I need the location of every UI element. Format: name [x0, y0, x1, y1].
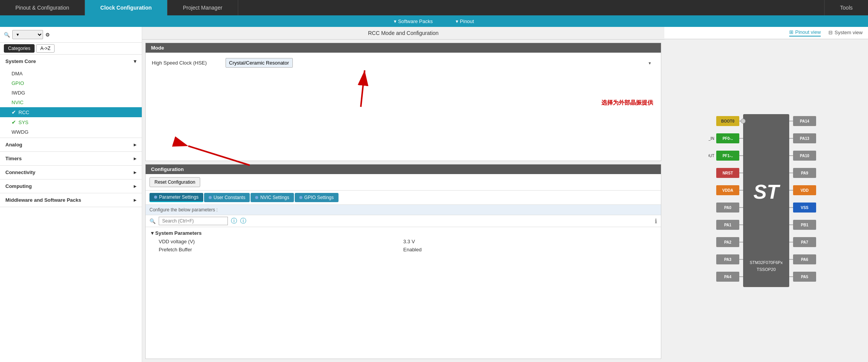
panel-title: RCC Mode and Configuration: [142, 27, 664, 40]
nvic-tab-dot: [255, 196, 258, 199]
reset-config-button[interactable]: Reset Configuration: [149, 177, 200, 187]
chip-diagram: ST STM32F070F6Px TSSOP20 BOOT0 PF0-.. RC…: [709, 95, 824, 306]
param-search-bar: Configure the below parameters :: [146, 205, 661, 215]
svg-text:PA7: PA7: [801, 240, 808, 244]
hse-select-wrapper: Crystal/Ceramic Resonator Disable BYPASS…: [226, 58, 655, 68]
circle-info-1: ⓘ: [231, 217, 237, 225]
pinout-view-btn[interactable]: ⊞ Pinout view: [789, 29, 821, 37]
hse-row: High Speed Clock (HSE) Crystal/Ceramic R…: [152, 58, 655, 68]
config-section-header: Configuration: [146, 164, 661, 174]
system-icon: ⊟: [828, 30, 833, 35]
section-analog-header[interactable]: Analog ▸: [0, 138, 142, 151]
svg-text:PA4: PA4: [724, 275, 732, 279]
sidebar-item-rcc[interactable]: ✔ RCC: [0, 107, 142, 117]
nav-project[interactable]: Project Manager: [168, 0, 238, 15]
section-connectivity: Connectivity ▸: [0, 166, 142, 179]
svg-text:PF0-..: PF0-..: [722, 136, 733, 141]
gear-icon[interactable]: ⚙: [45, 32, 50, 38]
svg-text:ST: ST: [753, 181, 781, 203]
svg-text:PA14: PA14: [800, 119, 810, 123]
svg-text:PB1: PB1: [801, 223, 808, 227]
hse-select[interactable]: Crystal/Ceramic Resonator Disable BYPASS…: [226, 58, 293, 68]
svg-text:VDDA: VDDA: [722, 188, 733, 193]
sidebar-item-wwdg[interactable]: WWDG: [0, 127, 142, 137]
sub-nav-pinout[interactable]: ▾ Pinout: [456, 18, 474, 24]
mode-empty-area: 选择为外部晶振提供: [146, 76, 661, 161]
search-dropdown[interactable]: ▾: [12, 30, 43, 39]
mode-content: High Speed Clock (HSE) Crystal/Ceramic R…: [146, 53, 661, 76]
sidebar-item-sys[interactable]: ✔ SYS: [0, 117, 142, 127]
right-panel: ⊞ Pinout view ⊟ System view ST STM32F070…: [664, 27, 868, 362]
gpio-tab-dot: [299, 196, 302, 199]
svg-text:RCC_OSC_OUT: RCC_OSC_OUT: [709, 154, 714, 158]
chevron-right-icon-2: ▸: [134, 156, 136, 161]
sidebar-content: System Core ▾ DMA GPIO IWDG NVIC: [0, 55, 142, 362]
tab-categories[interactable]: Categories: [4, 44, 35, 53]
circle-info-2: ⓘ: [240, 217, 246, 225]
section-middleware-header[interactable]: Middleware and Software Packs ▸: [0, 193, 142, 207]
svg-text:PA10: PA10: [800, 154, 810, 158]
system-view-btn[interactable]: ⊟ System view: [828, 30, 863, 36]
sys-check-icon: ✔: [12, 119, 16, 125]
chinese-annotation: 选择为外部晶振提供: [601, 99, 653, 106]
chip-area: ST STM32F070F6Px TSSOP20 BOOT0 PF0-.. RC…: [664, 39, 868, 362]
section-middleware: Middleware and Software Packs ▸: [0, 193, 142, 207]
search-icon-2: 🔍: [149, 218, 156, 224]
section-timers: Timers ▸: [0, 152, 142, 166]
svg-text:RCC_OSC_IN: RCC_OSC_IN: [709, 136, 714, 141]
sidebar-item-iwdg[interactable]: IWDG: [0, 88, 142, 98]
info-icon: ℹ: [655, 218, 657, 225]
tab-nvic-settings[interactable]: NVIC Settings: [251, 193, 294, 202]
nav-pinout[interactable]: Pinout & Configuration: [0, 0, 85, 15]
svg-text:STM32F070F6Px: STM32F070F6Px: [750, 260, 783, 265]
svg-text:PA6: PA6: [801, 257, 808, 262]
config-section: Configuration Reset Configuration Parame…: [145, 164, 661, 359]
section-timers-header[interactable]: Timers ▸: [0, 152, 142, 165]
svg-text:BOOT0: BOOT0: [721, 119, 735, 123]
mode-section-header: Mode: [146, 43, 661, 53]
section-computing-header[interactable]: Computing ▸: [0, 179, 142, 193]
svg-text:PF1-..: PF1-..: [722, 154, 733, 158]
rcc-check-icon: ✔: [12, 109, 16, 115]
svg-text:PA1: PA1: [724, 223, 732, 227]
section-connectivity-header[interactable]: Connectivity ▸: [0, 166, 142, 179]
sidebar-item-dma[interactable]: DMA: [0, 69, 142, 78]
tab-gpio-settings[interactable]: GPIO Settings: [295, 193, 339, 202]
section-computing: Computing ▸: [0, 179, 142, 193]
nav-tools[interactable]: Tools: [824, 0, 868, 15]
params-list: ▾ System Parameters VDD voltage (V) 3.3 …: [146, 227, 661, 257]
chevron-right-icon-4: ▸: [134, 183, 136, 189]
sidebar-item-gpio[interactable]: GPIO: [0, 78, 142, 88]
system-core-items: DMA GPIO IWDG NVIC ✔ RCC: [0, 68, 142, 138]
param-search-input[interactable]: [159, 217, 228, 225]
config-tabs: Parameter Settings User Constants NVIC S…: [146, 191, 661, 205]
hse-label: High Speed Clock (HSE): [152, 60, 221, 66]
section-system-core: System Core ▾ DMA GPIO IWDG NVIC: [0, 55, 142, 138]
config-buttons: Reset Configuration: [146, 174, 661, 191]
param-row-prefetch: Prefetch Buffer Enabled: [151, 246, 656, 254]
svg-line-1: [361, 70, 365, 107]
sub-nav-software-packs[interactable]: ▾ Software Packs: [394, 18, 433, 24]
chevron-right-icon-5: ▸: [134, 197, 136, 203]
tab-parameter-settings[interactable]: Parameter Settings: [149, 193, 203, 202]
section-analog: Analog ▸: [0, 138, 142, 152]
svg-text:TSSOP20: TSSOP20: [757, 267, 776, 272]
user-tab-dot: [209, 196, 212, 199]
chevron-right-icon: ▸: [134, 142, 136, 148]
nav-clock[interactable]: Clock Configuration: [85, 0, 168, 15]
tab-user-constants[interactable]: User Constants: [204, 193, 250, 202]
svg-text:PA5: PA5: [801, 275, 808, 279]
right-panel-toolbar: ⊞ Pinout view ⊟ System view: [664, 27, 868, 39]
svg-point-11: [741, 119, 745, 123]
sidebar: 🔍 ▾ ⚙ Categories A->Z System Core ▾: [0, 27, 142, 362]
param-tab-dot: [154, 196, 157, 199]
svg-text:NRST: NRST: [722, 171, 733, 175]
section-system-core-header[interactable]: System Core ▾: [0, 55, 142, 68]
sidebar-item-nvic[interactable]: NVIC: [0, 98, 142, 107]
tab-az[interactable]: A->Z: [36, 44, 55, 53]
center-wrapper: RCC Mode and Configuration Mode High Spe…: [142, 27, 664, 362]
chevron-right-icon-3: ▸: [134, 169, 136, 175]
svg-text:PA3: PA3: [724, 257, 732, 262]
svg-text:VDD: VDD: [800, 188, 808, 193]
sidebar-tabs: Categories A->Z: [0, 43, 142, 55]
